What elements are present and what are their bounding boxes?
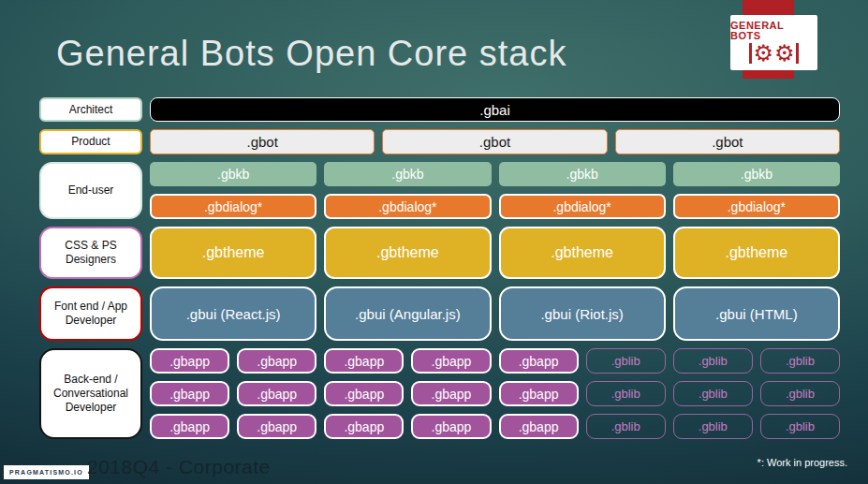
gbdialog-box: .gbdialog*	[673, 194, 840, 219]
gbapp-box: .gbapp	[237, 381, 316, 406]
gbtheme-box: .gbtheme	[324, 227, 491, 279]
gbapp-box: .gbapp	[499, 348, 579, 374]
gear-icon: ⚙	[774, 42, 795, 65]
gbkb-box: .gbkb	[150, 162, 316, 186]
gbapp-box: .gbapp	[499, 414, 579, 439]
slide: General Bots Open Core stack GENERAL BOT…	[0, 0, 868, 484]
gbapp-box: .gbapp	[324, 381, 404, 406]
gbtheme-box: .gbtheme	[150, 227, 316, 279]
gbtheme-box: .gbtheme	[673, 227, 840, 279]
gblib-box: .gblib	[586, 348, 666, 374]
row-label-back-end-conversational-developer: Back-end / Conversational Developer	[39, 348, 142, 439]
gblib-box: .gblib	[586, 414, 666, 439]
gbui-box: .gbui (React.js)	[150, 286, 316, 341]
gblib-box: .gblib	[760, 348, 840, 374]
gbkb-box: .gbkb	[499, 162, 666, 186]
gbui-box: .gbui (Angular.js)	[324, 286, 491, 341]
gblib-box: .gblib	[760, 414, 840, 439]
gblib-box: .gblib	[586, 381, 666, 406]
gbapp-box: .gbapp	[150, 348, 229, 374]
gears-icon: ⚙ ⚙	[749, 42, 798, 65]
gbapp-box: .gbapp	[499, 381, 579, 406]
gbtheme-box: .gbtheme	[499, 227, 666, 279]
page-title: General Bots Open Core stack	[56, 34, 566, 74]
gbdialog-box: .gbdialog*	[324, 194, 491, 219]
gblib-box: .gblib	[760, 381, 840, 406]
gbapp-box: .gbapp	[237, 348, 316, 374]
logo-wordmark: GENERAL BOTS	[730, 21, 817, 41]
gbdialog-box: .gbdialog*	[150, 194, 316, 219]
gblib-box: .gblib	[673, 414, 753, 439]
gbapp-box: .gbapp	[324, 414, 404, 439]
row-label-css-ps-designers: CSS & PS Designers	[39, 227, 142, 279]
gear-icon: ⚙	[753, 42, 773, 65]
gbui-box: .gbui (HTML)	[673, 286, 840, 341]
gbot-box: .gbot	[615, 129, 840, 154]
gbapp-box: .gbapp	[237, 414, 316, 439]
row-label-end-user: End-user	[39, 162, 142, 219]
general-bots-logo: GENERAL BOTS ⚙ ⚙	[730, 15, 817, 70]
stack-grid: Architect Product End-user CSS & PS Desi…	[39, 97, 840, 439]
footer-caption: 2018Q4 - Corporate	[87, 456, 271, 478]
gbdialog-box: .gbdialog*	[499, 194, 666, 219]
row-label-product: Product	[39, 129, 142, 154]
gbkb-box: .gbkb	[673, 162, 840, 186]
gblib-box: .gblib	[673, 348, 753, 374]
row-label-architect: Architect	[39, 97, 142, 122]
gbot-box: .gbot	[150, 129, 375, 154]
gbot-box: .gbot	[382, 129, 607, 154]
work-in-progress-note: *: Work in progress.	[758, 457, 847, 468]
gbapp-box: .gbapp	[411, 414, 491, 439]
pragmatismo-logo: PRAGMATISMO.IO	[4, 465, 89, 479]
gear-axle-right	[796, 43, 799, 64]
gbapp-box: .gbapp	[150, 414, 229, 439]
gbapp-box: .gbapp	[411, 348, 491, 374]
gbapp-box: .gbapp	[411, 381, 491, 406]
gbapp-box: .gbapp	[324, 348, 404, 374]
gear-axle-left	[749, 43, 752, 64]
gbai-box: .gbai	[150, 97, 840, 122]
gbui-box: .gbui (Riot.js)	[499, 286, 666, 341]
gblib-box: .gblib	[673, 381, 753, 406]
gbkb-box: .gbkb	[324, 162, 491, 186]
row-label-front-end-app-developer: Font end / App Developer	[39, 286, 142, 341]
gbapp-box: .gbapp	[150, 381, 229, 406]
